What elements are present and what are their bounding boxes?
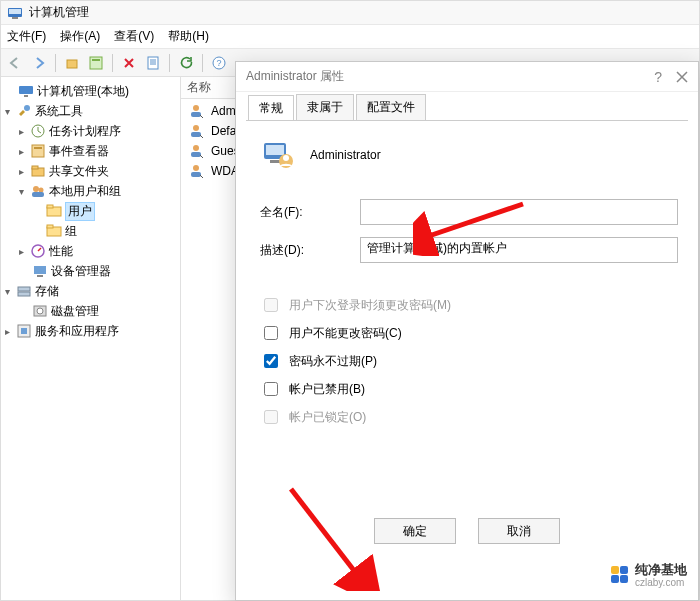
nav-tree[interactable]: 计算机管理(本地) ▾系统工具 ▸任务计划程序 ▸事件查看器 ▸共享文件夹 ▾本… — [1, 77, 181, 600]
svg-rect-1 — [9, 9, 21, 14]
full-name-label: 全名(F): — [260, 204, 360, 221]
svg-rect-35 — [191, 132, 201, 137]
up-icon[interactable] — [61, 52, 83, 74]
svg-rect-49 — [611, 575, 619, 583]
device-icon — [32, 263, 48, 279]
svg-rect-48 — [620, 566, 628, 574]
expand-icon[interactable]: ▸ — [15, 166, 27, 177]
help-icon[interactable]: ? — [208, 52, 230, 74]
user-icon — [188, 163, 204, 179]
tree-event-viewer[interactable]: 事件查看器 — [49, 143, 109, 160]
forward-icon[interactable] — [28, 52, 50, 74]
refresh-icon[interactable] — [175, 52, 197, 74]
svg-rect-42 — [270, 160, 280, 163]
svg-rect-9 — [19, 86, 33, 94]
svg-rect-21 — [47, 205, 53, 208]
collapse-icon[interactable]: ▾ — [1, 106, 13, 117]
app-icon — [7, 5, 23, 21]
expand-icon[interactable]: ▸ — [15, 246, 27, 257]
tree-disk-management[interactable]: 磁盘管理 — [51, 303, 99, 320]
folder-icon — [46, 203, 62, 219]
user-icon — [188, 103, 204, 119]
perf-icon — [30, 243, 46, 259]
tab-general[interactable]: 常规 — [248, 95, 294, 121]
svg-point-18 — [39, 188, 44, 193]
back-icon[interactable] — [4, 52, 26, 74]
tree-system-tools[interactable]: 系统工具 — [35, 103, 83, 120]
checkbox-locked: 帐户已锁定(O) — [260, 407, 678, 427]
checkbox-disabled[interactable]: 帐户已禁用(B) — [260, 379, 678, 399]
tab-member-of[interactable]: 隶属于 — [296, 94, 354, 120]
svg-rect-33 — [191, 112, 201, 117]
dialog-title: Administrator 属性 — [246, 68, 344, 85]
menu-action[interactable]: 操作(A) — [60, 28, 100, 45]
menu-file[interactable]: 文件(F) — [7, 28, 46, 45]
expand-icon[interactable]: ▸ — [15, 126, 27, 137]
tab-panel-general: Administrator 全名(F): 描述(D): 管理计算机(域)的内置帐… — [246, 120, 688, 550]
tree-root[interactable]: 计算机管理(本地) — [37, 83, 129, 100]
event-icon — [30, 143, 46, 159]
svg-point-36 — [193, 145, 199, 151]
users-icon — [30, 183, 46, 199]
sheet-icon[interactable] — [142, 52, 164, 74]
svg-point-32 — [193, 105, 199, 111]
cancel-button[interactable]: 取消 — [478, 518, 560, 544]
checkbox-must-change: 用户下次登录时须更改密码(M) — [260, 295, 678, 315]
tree-task-scheduler[interactable]: 任务计划程序 — [49, 123, 121, 140]
tools-icon — [16, 103, 32, 119]
tree-storage[interactable]: 存储 — [35, 283, 59, 300]
tree-shared-folders[interactable]: 共享文件夹 — [49, 163, 109, 180]
svg-rect-26 — [37, 275, 43, 277]
clock-icon — [30, 123, 46, 139]
checkbox-never-expires[interactable]: 密码永不过期(P) — [260, 351, 678, 371]
properties-dialog: Administrator 属性 ? 常规 隶属于 配置文件 Administr… — [235, 61, 699, 601]
svg-rect-14 — [34, 147, 42, 149]
tree-groups[interactable]: 组 — [65, 223, 77, 240]
svg-point-44 — [283, 155, 289, 161]
ok-button[interactable]: 确定 — [374, 518, 456, 544]
svg-rect-2 — [12, 17, 18, 19]
desc-label: 描述(D): — [260, 242, 360, 259]
storage-icon — [16, 283, 32, 299]
dialog-title-bar[interactable]: Administrator 属性 ? — [236, 62, 698, 92]
help-icon[interactable]: ? — [654, 69, 662, 85]
svg-rect-47 — [611, 566, 619, 574]
svg-point-34 — [193, 125, 199, 131]
checkbox-cannot-change[interactable]: 用户不能更改密码(C) — [260, 323, 678, 343]
watermark-url: czlaby.com — [635, 577, 687, 588]
svg-point-38 — [193, 165, 199, 171]
props-icon[interactable] — [85, 52, 107, 74]
svg-rect-13 — [32, 145, 44, 157]
svg-rect-10 — [24, 95, 28, 97]
menu-view[interactable]: 查看(V) — [114, 28, 154, 45]
menu-help[interactable]: 帮助(H) — [168, 28, 209, 45]
user-name: Administrator — [310, 148, 381, 162]
collapse-icon[interactable]: ▾ — [15, 186, 27, 197]
computer-icon — [18, 83, 34, 99]
watermark-brand: 纯净基地 — [635, 562, 687, 577]
close-icon[interactable] — [676, 71, 688, 83]
svg-rect-41 — [266, 145, 284, 155]
svg-rect-50 — [620, 575, 628, 583]
svg-point-30 — [37, 308, 43, 314]
tree-performance[interactable]: 性能 — [49, 243, 73, 260]
delete-icon[interactable] — [118, 52, 140, 74]
tree-device-manager[interactable]: 设备管理器 — [51, 263, 111, 280]
full-name-field[interactable] — [360, 199, 678, 225]
window-title: 计算机管理 — [29, 4, 89, 21]
user-icon — [188, 123, 204, 139]
svg-rect-16 — [32, 166, 38, 169]
title-bar: 计算机管理 — [1, 1, 699, 25]
share-icon — [30, 163, 46, 179]
tree-local-users-groups[interactable]: 本地用户和组 — [49, 183, 121, 200]
tree-users[interactable]: 用户 — [65, 202, 95, 221]
expand-icon[interactable]: ▸ — [15, 146, 27, 157]
svg-rect-3 — [67, 60, 77, 68]
user-icon — [188, 143, 204, 159]
tabs: 常规 隶属于 配置文件 — [236, 92, 698, 120]
desc-field[interactable]: 管理计算机(域)的内置帐户 — [360, 237, 678, 263]
tab-profile[interactable]: 配置文件 — [356, 94, 426, 120]
collapse-icon[interactable]: ▾ — [1, 286, 13, 297]
tree-services-apps[interactable]: 服务和应用程序 — [35, 323, 119, 340]
expand-icon[interactable]: ▸ — [1, 326, 13, 337]
